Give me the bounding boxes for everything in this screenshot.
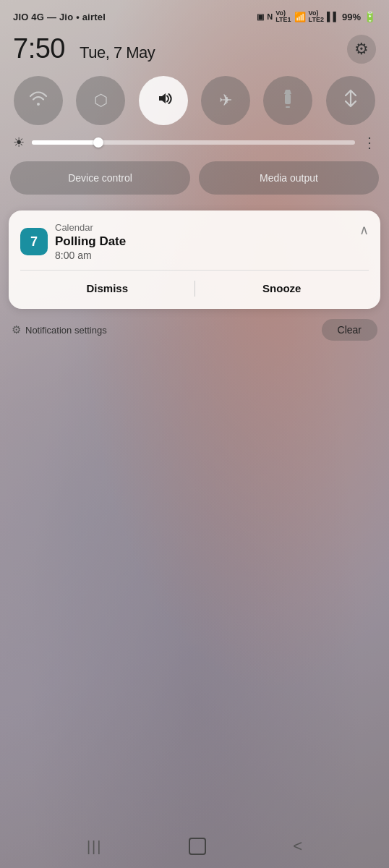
notification-actions: Dismiss Snooze (20, 279, 369, 297)
navigation-bar: ||| < (0, 825, 389, 868)
wifi-tile[interactable] (14, 76, 63, 125)
settings-button[interactable]: ⚙ (347, 35, 376, 64)
notification-time: 8:00 am (55, 250, 126, 261)
battery-icon: 🔋 (364, 11, 376, 22)
brightness-slider[interactable] (32, 140, 355, 145)
notification-header-left: 7 Calendar Polling Date 8:00 am (20, 222, 126, 261)
notification-settings-button[interactable]: ⚙ Notification settings (12, 323, 107, 336)
device-control-button[interactable]: Device control (10, 161, 190, 195)
notification-header: 7 Calendar Polling Date 8:00 am ∧ (20, 222, 369, 261)
back-icon[interactable]: < (293, 837, 302, 856)
flashlight-tile[interactable] (263, 76, 312, 125)
recents-icon[interactable]: ||| (87, 838, 103, 855)
sound-icon (153, 88, 174, 113)
action-buttons-row: Device control Media output (0, 156, 389, 200)
nfc-icon: N (267, 12, 273, 21)
sound-tile[interactable] (139, 76, 188, 125)
status-bar: JIO 4G — Jio • airtel ▣ N Vo)LTE1 📶 Vo)L… (0, 0, 389, 27)
collapse-icon[interactable]: ∧ (359, 222, 369, 238)
home-icon[interactable] (189, 838, 206, 855)
calendar-app-icon: 7 (20, 228, 48, 255)
signal-icon: 📶 (294, 12, 306, 22)
datetime-row: 7:50 Tue, 7 May ⚙ (0, 27, 389, 72)
settings-gear-icon: ⚙ (12, 323, 21, 336)
signal2-icon: ▌▌ (327, 12, 339, 22)
data-saver-icon (341, 88, 361, 113)
status-icons: ▣ N Vo)LTE1 📶 Vo)LTE2 ▌▌ 99% 🔋 (257, 10, 376, 23)
snooze-button[interactable]: Snooze (195, 279, 369, 297)
lte1-label: Vo)LTE1 (275, 10, 291, 23)
notification-text-block: Calendar Polling Date 8:00 am (55, 222, 126, 261)
bluetooth-icon: ⬡ (94, 91, 108, 110)
airplane-tile[interactable]: ✈ (201, 76, 250, 125)
sim-icon: ▣ (257, 12, 264, 22)
data-saver-tile[interactable] (326, 76, 375, 125)
media-output-button[interactable]: Media output (199, 161, 379, 195)
notification-app-name: Calendar (55, 222, 126, 233)
lte2-label: Vo)LTE2 (309, 10, 324, 23)
notification-title: Polling Date (55, 234, 126, 249)
device-control-label: Device control (68, 172, 132, 184)
more-options-icon[interactable]: ⋮ (362, 134, 376, 151)
datetime-display: 7:50 Tue, 7 May (13, 33, 155, 64)
dismiss-button[interactable]: Dismiss (20, 279, 194, 297)
time-display: 7:50 Tue, 7 May (13, 33, 155, 64)
notification-footer: ⚙ Notification settings Clear (0, 315, 389, 345)
gear-icon: ⚙ (354, 40, 369, 59)
airplane-icon: ✈ (219, 91, 232, 110)
notification-card: 7 Calendar Polling Date 8:00 am ∧ Dismis… (9, 210, 380, 309)
brightness-icon: ☀ (13, 135, 25, 150)
quick-tiles-row: ⬡ ✈ (0, 72, 389, 129)
flashlight-icon (278, 88, 297, 113)
bluetooth-tile[interactable]: ⬡ (76, 76, 125, 125)
wifi-icon (28, 90, 48, 111)
clear-button[interactable]: Clear (322, 319, 377, 341)
carrier-text: JIO 4G — Jio • airtel (13, 12, 106, 22)
notification-settings-label: Notification settings (25, 325, 107, 336)
svg-rect-0 (285, 94, 291, 104)
notification-divider (20, 270, 369, 271)
brightness-row: ☀ ⋮ (0, 129, 389, 156)
battery-text: 99% (342, 12, 361, 22)
calendar-day-number: 7 (30, 234, 38, 250)
media-output-label: Media output (260, 172, 318, 184)
